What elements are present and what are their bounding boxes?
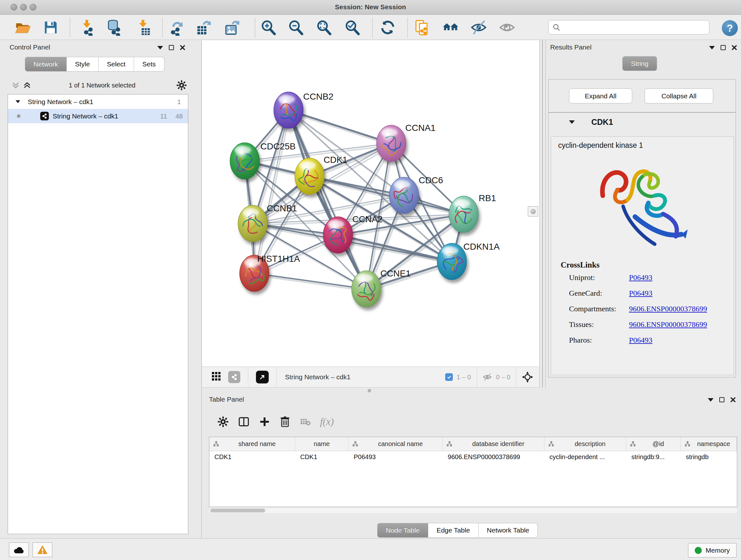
refresh-view-button[interactable] [379,18,397,37]
table-row[interactable]: CDK1CDK1P064939606.ENSP00000378699cyclin… [209,451,737,462]
column-header--id[interactable]: @id [626,437,681,451]
hide-selected-button[interactable] [469,18,488,37]
save-session-button[interactable] [42,18,60,37]
network-node-CCNA1[interactable] [377,125,406,162]
network-node-RB1[interactable] [449,196,478,233]
scrollbar-thumb[interactable] [210,509,265,512]
panel-close-icon[interactable] [730,397,736,402]
network-options-gear-button[interactable] [176,80,187,92]
network-edge[interactable] [290,112,368,291]
network-node-CCNB1[interactable] [238,205,267,242]
collapse-all-networks-button[interactable] [11,81,20,91]
panel-float-icon[interactable] [721,45,726,50]
panel-menu-icon[interactable] [708,398,714,401]
crosslink-label: GeneCard: [569,289,629,298]
export-network-button[interactable] [167,18,186,37]
zoom-out-button[interactable] [286,18,305,37]
help-button[interactable]: ? [722,20,738,36]
column-type-icon [684,441,690,447]
crosslink-value-link[interactable]: P06493 [629,336,652,345]
network-canvas[interactable]: CCNB2CCNA1CDC25BCDK1CDC6RB1CCNB1CCNA2CDK… [202,40,539,367]
selected-checkbox-icon[interactable] [445,373,453,381]
crosslink-value-link[interactable]: P06493 [629,273,652,282]
open-session-button[interactable] [13,18,32,37]
tab-select[interactable]: Select [98,57,134,71]
delete-column-button[interactable] [279,416,291,428]
collapse-all-button[interactable]: Collapse All [645,88,713,104]
search-input[interactable] [561,23,701,31]
import-table-file-button[interactable] [134,18,152,37]
tab-style[interactable]: Style [67,57,98,71]
network-node-CDK1[interactable] [295,158,324,194]
expand-all-button[interactable]: Expand All [569,88,632,104]
panel-close-icon[interactable] [180,45,185,51]
zoom-selected-button[interactable] [343,18,361,37]
zoom-in-button[interactable] [259,18,278,37]
import-network-file-button[interactable] [77,18,96,37]
expand-all-networks-button[interactable] [23,81,31,91]
show-columns-button[interactable] [238,416,250,428]
tab-sets[interactable]: Sets [134,57,164,71]
network-edge[interactable] [256,275,368,291]
warnings-button[interactable] [32,543,52,557]
cloud-status-button[interactable] [9,543,29,557]
clone-network-button[interactable] [413,18,431,37]
fit-crosshair-button[interactable] [522,371,534,383]
tab-edge-table[interactable]: Edge Table [428,523,479,538]
zoom-fit-button[interactable] [315,18,333,37]
export-table-button[interactable] [194,18,213,37]
panel-float-icon[interactable] [169,45,174,50]
tab-network-table[interactable]: Network Table [479,523,538,538]
export-image-button[interactable] [223,18,241,37]
create-column-button[interactable] [259,416,270,428]
detach-view-button[interactable] [256,371,269,383]
column-header-database-identifier[interactable]: database identifier [443,437,544,451]
table-options-gear-button[interactable] [217,416,229,428]
table-cell[interactable]: CDK1 [295,453,349,461]
column-header-canonical-name[interactable]: canonical name [348,437,443,451]
table-cell[interactable]: stringdb:9... [626,453,681,461]
section-collapse-icon[interactable] [569,120,575,124]
toolbar-separator [162,17,163,37]
tab-network[interactable]: Network [25,57,67,71]
network-node-CCNB2[interactable] [274,92,303,128]
network-node-CDKN1A[interactable] [437,243,467,280]
table-cell[interactable]: cyclin-dependent ... [544,453,626,461]
panel-float-icon[interactable] [719,397,724,402]
table-cell[interactable]: CDK1 [209,453,295,461]
network-node-CCNE1[interactable] [352,271,381,307]
search-icon [552,23,561,32]
network-node-CDC25B[interactable] [230,143,259,179]
table-cell[interactable]: stringdb [681,453,737,461]
panel-menu-icon[interactable] [157,46,163,50]
crosslink-value-link[interactable]: 9606.ENSP00000378699 [629,320,707,329]
panel-menu-icon[interactable] [709,46,715,50]
network-node-CDC6[interactable] [389,177,419,213]
splitter-handle[interactable] [528,206,538,216]
network-share-badge[interactable] [228,371,240,383]
tree-expand-icon[interactable] [16,100,20,103]
column-header-description[interactable]: description [544,437,626,451]
memory-button[interactable]: Memory [688,543,737,557]
column-header-namespace[interactable]: namespace [681,437,737,451]
table-cell[interactable]: 9606.ENSP00000378699 [443,453,544,461]
network-node-CCNA2[interactable] [323,217,353,253]
grid-view-button[interactable] [212,372,221,382]
gene-section-header[interactable]: CDK1 [549,113,736,131]
table-horizontal-scrollbar[interactable] [209,508,737,513]
table-cell[interactable]: P06493 [348,453,443,461]
crosslink-value-link[interactable]: 9606.ENSP00000378699 [629,305,707,313]
column-header-name[interactable]: name [295,437,349,451]
tab-node-table[interactable]: Node Table [377,523,428,538]
first-neighbors-button[interactable] [441,18,460,37]
network-edge[interactable] [288,110,391,143]
network-collection-row[interactable]: String Network – cdk1 1 [8,95,188,109]
show-all-button[interactable] [498,18,516,37]
tab-string[interactable]: String [622,56,657,71]
network-graph[interactable]: CCNB2CCNA1CDC25BCDK1CDC6RB1CCNB1CCNA2CDK… [202,40,539,367]
panel-close-icon[interactable] [731,45,737,51]
crosslink-value-link[interactable]: P06493 [629,289,652,298]
network-row[interactable]: String Network – cdk1 11 48 [8,109,188,123]
import-network-database-button[interactable] [105,18,123,37]
column-header-shared-name[interactable]: shared name [209,437,295,451]
